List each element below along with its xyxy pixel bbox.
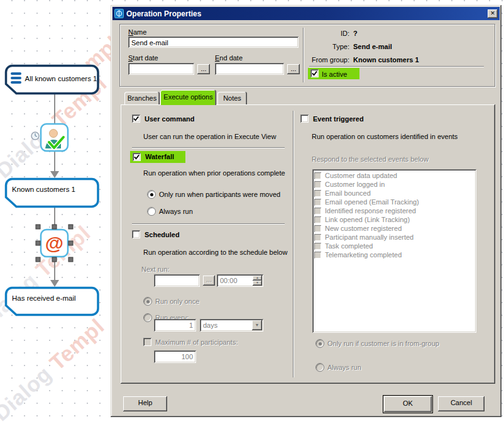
event-list-item[interactable]: Telemarketing completed [314, 251, 476, 259]
dialog-title: Operation Properties [126, 9, 488, 18]
flow-box-label: All known customers 1 [24, 75, 98, 82]
waterfall-option-always-radio[interactable] [147, 207, 156, 216]
name-label: Name [128, 28, 146, 36]
desktop-canvas: Dialog Templ Dialog Templ Dialog Templ T… [0, 0, 504, 424]
waterfall-label: Waterfall [145, 153, 174, 161]
end-date-browse-button[interactable]: ... [287, 64, 300, 74]
respond-events-label: Respond to the selected events below [312, 155, 429, 164]
event-triggered-checkbox[interactable] [300, 114, 309, 123]
arrowhead-icon [50, 171, 59, 178]
event-checkbox[interactable] [314, 243, 321, 250]
max-participants-checkbox[interactable] [143, 338, 151, 346]
operation-properties-dialog: Operation Properties ✕ Name Send e-mail … [111, 5, 501, 417]
from-group-label: From group: [287, 56, 349, 64]
event-checkbox[interactable] [314, 234, 321, 241]
user-command-label: User command [145, 115, 194, 123]
tab-execute-options[interactable]: Execute options [160, 90, 216, 105]
waterfall-option-moved-label: Only run when participants were moved [159, 191, 280, 199]
waterfall-option-moved-radio[interactable] [147, 190, 156, 199]
ok-button-ring: OK [383, 395, 433, 413]
id-value: ? [353, 30, 358, 38]
run-every-value-input[interactable]: 1 [154, 319, 196, 332]
next-run-label: Next run: [141, 265, 170, 274]
max-participants-input[interactable]: 100 [154, 350, 196, 363]
arrowhead-icon [50, 280, 59, 287]
help-button[interactable]: Help [123, 396, 167, 411]
run-once-label: Run only once [155, 298, 199, 306]
scheduled-checkbox[interactable] [132, 230, 140, 238]
waterfall-option-always-label: Always run [159, 208, 193, 216]
event-listbox[interactable]: Customer data updated Customer logged in… [312, 169, 476, 333]
scheduled-description: Run operation according to the schedule … [143, 248, 287, 257]
app-icon [114, 9, 124, 18]
event-triggered-label: Event triggered [313, 115, 364, 123]
event-always-run-label: Always run [327, 364, 361, 372]
run-every-unit-select[interactable]: days ▼ [200, 319, 263, 332]
waterfall-checkbox[interactable] [133, 153, 141, 161]
flow-box-label: Has received e-mail [12, 294, 76, 302]
event-list-item[interactable]: Participant manually inserted [314, 233, 476, 242]
only-run-from-group-label: Only run if customer is in from-group [327, 340, 439, 348]
run-once-radio[interactable] [143, 297, 152, 306]
section-separator [132, 147, 285, 148]
time-spin-down-icon[interactable]: ▼ [253, 281, 262, 286]
type-value: Send e-mail [353, 43, 392, 51]
cancel-button[interactable]: Cancel [438, 396, 485, 411]
user-command-checkbox[interactable] [132, 114, 140, 123]
is-active-checkbox[interactable] [310, 69, 319, 77]
next-run-browse-button[interactable]: ... [203, 276, 215, 286]
event-checkbox[interactable] [314, 216, 321, 223]
scheduled-label: Scheduled [145, 231, 180, 239]
header-separator [309, 66, 484, 67]
column-divider [293, 111, 294, 377]
event-checkbox[interactable] [314, 181, 321, 188]
type-label: Type: [293, 43, 349, 51]
event-checkbox[interactable] [314, 252, 321, 259]
end-date-label: End date [215, 54, 243, 62]
close-icon[interactable]: ✕ [488, 9, 498, 18]
start-date-label: Start date [128, 54, 158, 62]
event-checkbox[interactable] [314, 190, 321, 197]
dropdown-arrow-icon[interactable]: ▼ [252, 320, 262, 330]
menu-bars-icon [11, 72, 21, 84]
event-checkbox[interactable] [314, 208, 321, 215]
next-run-time-input[interactable]: 00:00 ▲ ▼ [217, 274, 263, 287]
flow-box-label: Known customers 1 [12, 186, 75, 193]
clock-icon [31, 132, 39, 140]
event-triggered-description: Run operation on customers identified in… [312, 133, 457, 141]
event-list-item[interactable]: Task completed [314, 242, 476, 250]
event-list-item[interactable]: Email opened (Email Tracking) [314, 198, 476, 206]
event-list-item[interactable]: Customer logged in [314, 181, 476, 189]
only-run-from-group-radio[interactable] [315, 339, 324, 348]
email-at-icon: @ [45, 233, 63, 254]
from-group-value: Known customers 1 [353, 56, 419, 64]
event-list-item[interactable]: Email bounced [314, 189, 476, 198]
event-list-item[interactable]: New customer registered [314, 225, 476, 233]
start-date-browse-button[interactable]: ... [197, 64, 210, 74]
event-checkbox[interactable] [314, 199, 321, 206]
event-list-item[interactable]: Customer data updated [314, 172, 476, 180]
is-active-label: Is active [322, 70, 347, 79]
event-list-item[interactable]: Link opened (Link Tracking) [314, 216, 476, 224]
max-participants-label: Maximum # of participants: [155, 338, 238, 347]
event-list-item[interactable]: Identified response registered [314, 207, 476, 215]
dialog-titlebar[interactable]: Operation Properties ✕ [112, 7, 500, 20]
flowchart-canvas: @ [0, 0, 111, 424]
tab-notes[interactable]: Notes [217, 92, 247, 104]
waterfall-description: Run operation when prior operations comp… [143, 169, 285, 177]
time-spin-up-icon[interactable]: ▲ [253, 276, 262, 281]
id-label: ID: [299, 30, 349, 38]
event-checkbox[interactable] [314, 225, 321, 232]
section-separator [132, 223, 285, 225]
event-always-run-radio[interactable] [315, 363, 324, 372]
tab-branches[interactable]: Branches [124, 92, 160, 104]
user-command-description: User can run the operation in Execute Vi… [143, 133, 276, 141]
event-checkbox[interactable] [314, 172, 321, 179]
run-every-radio[interactable] [143, 313, 152, 322]
name-input[interactable]: Send e-mail [128, 36, 299, 48]
start-date-input[interactable] [128, 63, 194, 75]
end-date-input[interactable] [215, 63, 284, 75]
ok-button[interactable]: OK [384, 396, 432, 412]
next-run-input[interactable] [154, 274, 200, 287]
